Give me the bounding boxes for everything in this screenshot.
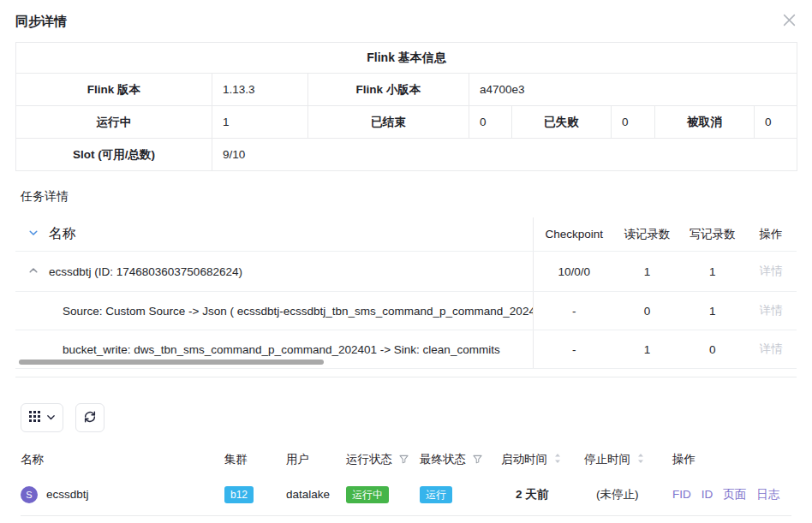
close-icon — [783, 14, 796, 29]
id-link[interactable]: ID — [702, 488, 713, 501]
column-header-write-records: 写记录数 — [679, 227, 745, 242]
grid-icon — [29, 411, 40, 425]
task-read-count: 0 — [615, 305, 680, 318]
column-header-user: 用户 — [286, 452, 346, 467]
task-write-count: 1 — [679, 265, 745, 278]
canceled-value: 0 — [755, 106, 797, 139]
table-row: S ecssdbtj b12 datalake 运行中 运行 2 天前 (未停止… — [21, 473, 791, 516]
expand-all-button[interactable] — [28, 228, 39, 241]
close-button[interactable] — [781, 14, 797, 29]
task-write-count: 1 — [679, 305, 745, 318]
modal-title: 同步详情 — [15, 14, 797, 30]
run-status-badge: 运行中 — [346, 486, 389, 503]
sort-icon — [637, 453, 644, 467]
failed-label: 已失败 — [512, 106, 612, 139]
finished-value: 0 — [469, 106, 512, 139]
jobs-table: 名称 集群 用户 运行状态 最终状态 启动时间 — [21, 446, 791, 516]
job-user: datalake — [286, 488, 346, 501]
chevron-up-icon — [28, 265, 39, 278]
column-header-run-status: 运行状态 — [346, 452, 392, 467]
task-detail-link[interactable]: 详情 — [745, 303, 797, 318]
column-header-stop-time: 停止时间 — [584, 452, 630, 467]
flink-info-table: Flink 基本信息 Flink 版本 1.13.3 Flink 小版本 a47… — [15, 42, 797, 171]
slot-value: 9/10 — [212, 139, 797, 171]
log-link[interactable]: 日志 — [756, 487, 779, 502]
task-details-table: 名称 Checkpoint 读记录数 写记录数 操作 ecssdbtj (ID:… — [15, 217, 797, 377]
task-read-count: 1 — [615, 265, 680, 278]
sort-icon — [554, 453, 561, 467]
canceled-label: 被取消 — [655, 106, 755, 139]
final-status-badge: 运行 — [420, 486, 452, 503]
avatar: S — [21, 486, 38, 503]
flink-info-title: Flink 基本信息 — [16, 43, 797, 74]
task-detail-link[interactable]: 详情 — [745, 342, 797, 357]
fid-link[interactable]: FID — [672, 488, 691, 501]
column-header-name: 名称 — [49, 225, 76, 243]
filter-button[interactable] — [399, 454, 409, 467]
jobs-table-header: 名称 集群 用户 运行状态 最终状态 启动时间 — [21, 446, 791, 473]
filter-icon — [399, 454, 409, 467]
job-stop-time: (未停止) — [584, 487, 639, 502]
horizontal-scrollbar-thumb[interactable] — [19, 360, 324, 365]
task-name: ecssdbtj (ID: 1746803603750682624) — [49, 265, 242, 278]
filter-button[interactable] — [473, 454, 482, 467]
refresh-icon — [83, 410, 97, 426]
job-name: ecssdbtj — [46, 488, 89, 501]
column-header-actions: 操作 — [672, 452, 791, 467]
task-write-count: 0 — [679, 343, 745, 356]
flink-minor-version-value: a4700e3 — [469, 74, 797, 106]
finished-label: 已结束 — [308, 106, 469, 139]
slot-label: Slot (可用/总数) — [16, 139, 212, 171]
sort-button[interactable] — [554, 453, 561, 467]
running-label: 运行中 — [16, 106, 212, 139]
filter-icon — [473, 454, 482, 467]
flink-version-value: 1.13.3 — [212, 74, 308, 106]
modal-header: 同步详情 — [0, 0, 812, 30]
job-start-time: 2 天前 — [501, 487, 548, 502]
task-table-header: 名称 Checkpoint 读记录数 写记录数 操作 — [15, 217, 797, 252]
column-header-name: 名称 — [21, 452, 224, 467]
column-settings-button[interactable] — [21, 403, 63, 432]
refresh-button[interactable] — [75, 403, 104, 432]
task-name: Source: Custom Source -> Json ( ecssdbtj… — [63, 305, 533, 318]
collapse-row-button[interactable] — [28, 265, 39, 278]
column-header-read-records: 读记录数 — [615, 227, 680, 242]
sort-button[interactable] — [637, 453, 644, 467]
failed-value: 0 — [612, 106, 655, 139]
task-detail-link[interactable]: 详情 — [745, 264, 797, 279]
task-name: bucket_write: dws_tbn_sms_command_p_comm… — [63, 343, 500, 356]
task-checkpoint: 10/0/0 — [534, 265, 615, 278]
column-header-actions: 操作 — [745, 227, 797, 242]
table-row: ecssdbtj (ID: 1746803603750682624) 10/0/… — [15, 252, 797, 292]
task-read-count: 1 — [615, 343, 680, 356]
table-row: Source: Custom Source -> Json ( ecssdbtj… — [15, 292, 797, 330]
table-toolbar — [21, 403, 812, 432]
page-link[interactable]: 页面 — [723, 487, 746, 502]
task-checkpoint: - — [534, 343, 615, 356]
column-header-final-status: 最终状态 — [420, 452, 466, 467]
running-value: 1 — [212, 106, 308, 139]
cluster-badge: b12 — [224, 486, 254, 503]
chevron-down-icon — [28, 228, 39, 241]
flink-version-label: Flink 版本 — [16, 74, 212, 106]
column-header-checkpoint: Checkpoint — [534, 228, 615, 241]
column-header-cluster: 集群 — [224, 452, 286, 467]
column-header-start-time: 启动时间 — [501, 452, 547, 467]
flink-minor-version-label: Flink 小版本 — [308, 74, 469, 106]
task-details-title: 任务详情 — [21, 189, 812, 205]
task-checkpoint: - — [534, 305, 615, 318]
chevron-down-icon — [46, 412, 56, 425]
